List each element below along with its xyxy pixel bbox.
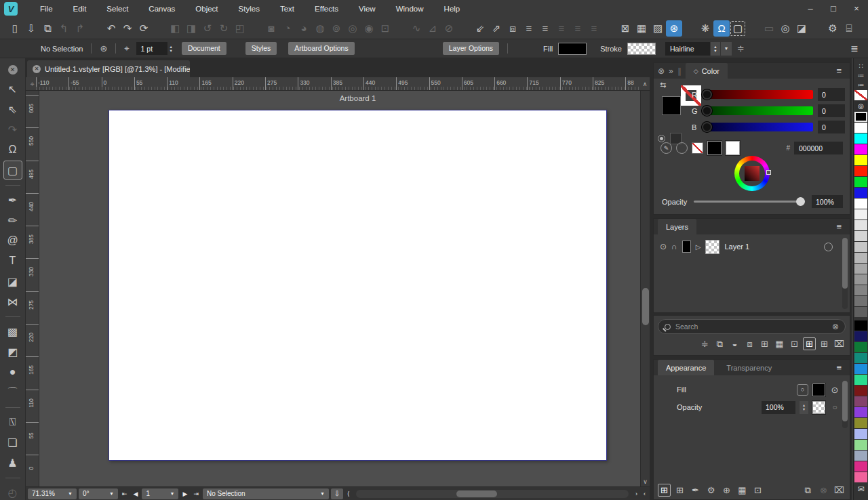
direct-select-tool-icon[interactable]: ⇖ (3, 100, 22, 119)
scroll-up-button[interactable]: ∧ (640, 77, 650, 90)
transform-each-icon[interactable]: ◰ (232, 20, 248, 37)
first-page-button[interactable]: ⇤ (120, 491, 130, 497)
stroke-style-stepper[interactable]: ▴▾ (711, 42, 720, 56)
rotate-right-icon[interactable]: ↻ (216, 20, 232, 37)
stroke-width-input[interactable]: 1 pt (136, 42, 167, 55)
layers-scrollbar[interactable] (842, 238, 848, 309)
color-wheel[interactable] (734, 156, 770, 191)
fill-tool-icon[interactable]: ◪ (3, 272, 22, 291)
layer-filter-icon[interactable]: ≑ (698, 337, 711, 350)
distribute-middle-icon[interactable]: ≡ (570, 20, 586, 37)
shape-builder-tool-icon[interactable]: ❏ (3, 433, 22, 452)
close-button[interactable]: × (845, 0, 868, 18)
white-swatch[interactable] (726, 141, 740, 155)
pencil-tool-icon[interactable]: ✏ (3, 211, 22, 230)
artboard-label[interactable]: Artboard 1 (108, 94, 607, 102)
shear-tool-icon[interactable]: ⋈ (3, 292, 22, 311)
opacity-value[interactable]: 100% (812, 195, 843, 208)
subtract-icon[interactable]: ◔ (279, 20, 296, 37)
comment-icon[interactable]: ✉ (857, 484, 864, 494)
scroll-left-icon[interactable]: ‹ (642, 491, 648, 497)
snap-options-icon[interactable]: ❋ (697, 20, 713, 37)
disclosure-triangle-icon[interactable]: ▷ (696, 243, 701, 251)
lasso-select-tool-icon[interactable]: ↷ (3, 120, 22, 139)
swatch-gray[interactable] (854, 220, 867, 230)
export-selection-icon[interactable]: ⇗ (488, 20, 505, 37)
swap-fill-stroke-icon[interactable]: ⇆ (660, 81, 666, 89)
flip-horizontal-icon[interactable]: ◧ (167, 20, 183, 37)
fill-type-icon[interactable]: ○ (797, 384, 808, 396)
distribute-top-icon[interactable]: ≡ (553, 20, 570, 37)
swatch-cyan[interactable] (854, 133, 867, 144)
opacity-slider[interactable] (694, 201, 805, 203)
trim-icon[interactable]: ◎ (344, 20, 361, 37)
layer-options-button[interactable]: Layer Options (443, 42, 499, 55)
blue-slider[interactable] (703, 123, 813, 131)
add-effect-icon[interactable]: ⚙ (705, 484, 717, 497)
link-style-icon[interactable]: ⊘ (441, 20, 457, 37)
swatch-dark[interactable] (854, 364, 867, 374)
clear-item-icon[interactable]: ⊗ (817, 484, 830, 497)
swatch-dark[interactable] (854, 320, 867, 331)
panel-close-icon[interactable]: ⊗ (658, 66, 665, 76)
scroll-right-icon[interactable]: › (633, 491, 639, 497)
transform-frame-icon[interactable]: ▭ (761, 20, 777, 37)
rotation-select[interactable]: 0°▼ (79, 488, 118, 499)
swatch-options-icon[interactable]: ≔ (858, 81, 865, 90)
swatch-black[interactable] (854, 112, 867, 122)
minimize-button[interactable]: – (799, 0, 822, 18)
hatch-fill-icon[interactable]: ▨ (650, 20, 666, 37)
layer-blend-icon[interactable]: ◒ (728, 337, 741, 350)
shape-edit-icon[interactable]: ◪ (793, 20, 810, 37)
add-style-icon[interactable]: ⊞ (673, 484, 686, 497)
unlock-icon[interactable]: ∩ (671, 242, 677, 251)
align-last-icon[interactable]: ≡ (537, 20, 553, 37)
fill-color-well[interactable] (662, 96, 681, 115)
toolbox-close-icon[interactable]: ✕ (8, 65, 18, 75)
intersect-icon[interactable]: ◕ (296, 20, 312, 37)
shape-tool-icon[interactable]: ● (3, 362, 22, 381)
swatch-white[interactable] (854, 123, 867, 133)
green-slider-knob[interactable] (702, 106, 712, 116)
expand-layer-icon[interactable]: ⊞ (758, 337, 771, 350)
duplicate-layer-icon[interactable]: ⧉ (713, 337, 726, 350)
import-icon[interactable]: ↰ (56, 20, 72, 37)
swatch-dark[interactable] (854, 429, 867, 439)
artboard[interactable] (108, 110, 607, 461)
zoom-select[interactable]: 71.31%▼ (28, 488, 77, 499)
select-tool-icon[interactable]: ↖ (3, 79, 22, 98)
swatch-dark[interactable] (854, 440, 867, 450)
swatch-dark[interactable] (854, 472, 867, 482)
opacity-input[interactable]: 100% (762, 401, 795, 414)
delete-item-icon[interactable]: ⌧ (833, 484, 846, 497)
collapse-left-icon[interactable]: ⟨ (345, 491, 352, 497)
menu-item[interactable]: Canvas (138, 0, 185, 18)
swatch-dark[interactable] (854, 461, 867, 472)
fill-swatch[interactable] (558, 43, 587, 55)
layer-mesh-icon[interactable]: ▦ (773, 337, 786, 350)
align-first-icon[interactable]: ≡ (521, 20, 537, 37)
opacity-slider-knob[interactable] (796, 197, 805, 206)
fit-view-icon[interactable]: ⇩ (331, 488, 343, 499)
swatch-dark[interactable] (854, 396, 867, 407)
swatch-gray[interactable] (854, 264, 867, 274)
menu-item[interactable]: File (30, 0, 63, 18)
styles-button[interactable]: Styles (245, 42, 277, 55)
rotate-left-icon[interactable]: ↺ (199, 20, 216, 37)
page-select[interactable]: 1▼ (142, 488, 178, 499)
redo-icon[interactable]: ↷ (119, 20, 136, 37)
open-document-icon[interactable]: ⇩ (23, 20, 39, 37)
swatch-yellow[interactable] (854, 155, 867, 165)
circle-icon[interactable]: ○ (829, 402, 840, 412)
new-document-icon[interactable]: ▯ (7, 20, 23, 37)
scale-icon[interactable]: ⊿ (425, 20, 441, 37)
red-slider-knob[interactable] (702, 89, 712, 100)
menu-item[interactable]: View (349, 0, 386, 18)
visibility-eye-icon[interactable]: ⊙ (660, 242, 667, 251)
spiral-tool-icon[interactable]: @ (3, 231, 22, 250)
green-slider[interactable] (703, 106, 813, 115)
artboard-options-button[interactable]: Artboard Options (288, 42, 354, 55)
swatch-dark[interactable] (854, 418, 867, 428)
horizontal-scrollbar[interactable] (356, 490, 629, 498)
swatch-list-icon[interactable]: ≔ (858, 71, 865, 81)
